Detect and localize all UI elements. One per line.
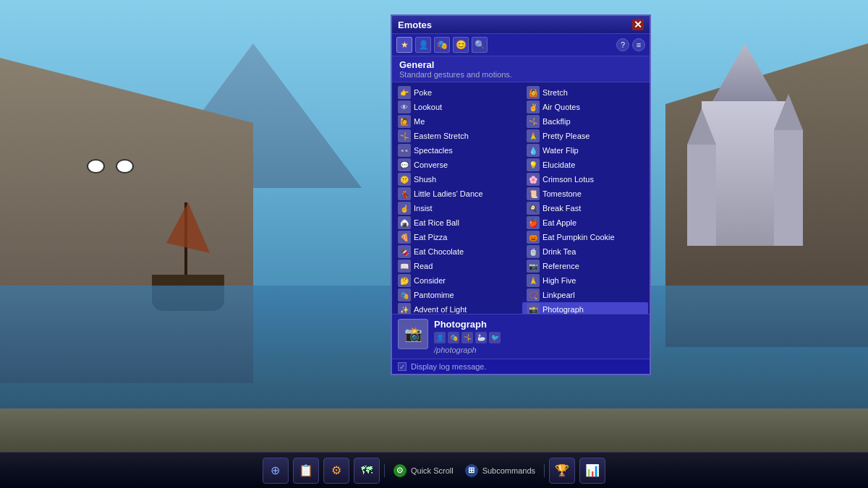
log-message-bar: ✓ Display log message. <box>392 359 650 374</box>
list-item[interactable]: 🍙 Eat Rice Ball <box>393 215 519 230</box>
log-checkbox[interactable]: ✓ <box>398 362 407 371</box>
emote-icon: 🙋 <box>398 115 411 128</box>
taskbar-icon-2[interactable]: 📋 <box>293 458 319 484</box>
emote-name: Eat Chocolate <box>414 247 464 256</box>
list-item[interactable]: 👓 Spectacles <box>393 143 519 158</box>
taskbar-icon-4[interactable]: 🗺 <box>354 458 380 484</box>
emote-name: Eat Pizza <box>414 233 447 241</box>
list-item[interactable]: 🙏 High Five <box>522 273 648 288</box>
list-item[interactable]: 🌸 Crimson Lotus <box>522 172 648 187</box>
list-item[interactable]: 🎭 Pantomime <box>393 288 519 302</box>
sub-icon-2: 🎭 <box>448 332 459 343</box>
tab-emote[interactable]: 🎭 <box>434 37 450 53</box>
list-item[interactable]: 🤸 Eastern Stretch <box>393 129 519 143</box>
list-item[interactable]: 📖 Read <box>393 259 519 273</box>
list-item-selected[interactable]: 📸 Photograph <box>522 302 648 314</box>
emote-column-right: 🙆 Stretch ✌ Air Quotes 🤸 Backflip 🙏 Pret… <box>521 85 650 311</box>
eye-right <box>116 159 134 174</box>
list-item[interactable]: 💡 Elucidate <box>522 158 648 172</box>
close-button[interactable]: ✕ <box>632 19 644 30</box>
emote-name: Air Quotes <box>542 103 580 111</box>
emote-name: Drink Tea <box>542 247 576 256</box>
list-item[interactable]: 🎃 Eat Pumpkin Cookie <box>522 230 648 244</box>
list-item[interactable]: 📷 Reference <box>522 259 648 273</box>
emote-icon: 📿 <box>527 288 540 301</box>
list-item[interactable]: 💧 Water Flip <box>522 143 648 158</box>
list-item[interactable]: 👉 Poke <box>393 85 519 100</box>
emote-name: Poke <box>414 88 432 97</box>
tab-search[interactable]: 🔍 <box>472 37 488 53</box>
list-item[interactable]: ✌ Air Quotes <box>522 100 648 114</box>
section-header: General Standard gestures and motions. <box>392 56 650 82</box>
tab-person[interactable]: 👤 <box>415 37 431 53</box>
emote-icon: 👉 <box>398 86 411 99</box>
taskbar-icon-3[interactable]: ⚙ <box>323 458 349 484</box>
list-item[interactable]: 💃 Little Ladies' Dance <box>393 187 519 201</box>
selected-emote-icon: 📸 <box>398 319 428 349</box>
quick-scroll-btn-icon: ⊙ <box>393 464 407 477</box>
emote-icon: 🍙 <box>398 216 411 229</box>
taskbar-icon-5[interactable]: 🏆 <box>549 458 575 484</box>
window-titlebar: Emotes ✕ <box>392 16 650 34</box>
emote-icon: ✨ <box>398 303 411 314</box>
castle <box>680 29 810 246</box>
list-item[interactable]: 🍎 Eat Apple <box>522 215 648 230</box>
emote-name: Eat Rice Ball <box>414 218 459 227</box>
settings-button[interactable]: ≡ <box>632 38 645 51</box>
selected-emote-name: Photograph <box>434 319 644 330</box>
section-title: General <box>399 59 642 70</box>
taskbar-icon-6[interactable]: 📊 <box>579 458 605 484</box>
tab-favorites[interactable]: ★ <box>396 37 412 53</box>
emote-name: Eat Pumpkin Cookie <box>542 233 615 241</box>
emote-name: Linkpearl <box>542 291 575 299</box>
list-item[interactable]: 🙋 Me <box>393 114 519 129</box>
emote-name: Spectacles <box>414 146 453 155</box>
subcommands-btn-icon: ⊞ <box>465 464 478 477</box>
emote-column-left: 👉 Poke 👁 Lookout 🙋 Me 🤸 Eastern Stretch … <box>392 85 521 311</box>
emote-icon: 🙏 <box>527 129 540 142</box>
list-item[interactable]: 🤫 Shush <box>393 172 519 187</box>
list-item[interactable]: 🤸 Backflip <box>522 114 648 129</box>
emote-name: Photograph <box>542 305 584 314</box>
emote-icon: ✌ <box>527 100 540 114</box>
selected-emote-info: Photograph 👤 🎭 🤸 🦢 🐦 /photograph <box>434 319 644 354</box>
list-item[interactable]: 🍵 Drink Tea <box>522 244 648 259</box>
eye-left <box>87 159 105 174</box>
tab-face[interactable]: 😊 <box>453 37 469 53</box>
checkbox-mark: ✓ <box>399 363 405 371</box>
emote-icon: 🙆 <box>527 86 540 99</box>
emote-icon: 🤸 <box>527 115 540 128</box>
emote-name: Tomestone <box>542 189 582 198</box>
list-item[interactable]: 👁 Lookout <box>393 100 519 114</box>
emote-name: Little Ladies' Dance <box>414 189 483 198</box>
emote-icon: 🍵 <box>527 245 540 258</box>
list-item[interactable]: 🍫 Eat Chocolate <box>393 244 519 259</box>
emote-name: Converse <box>414 160 448 169</box>
list-item[interactable]: 🍳 Break Fast <box>522 201 648 215</box>
list-item[interactable]: 📿 Linkpearl <box>522 288 648 302</box>
list-item[interactable]: 🙏 Pretty Please <box>522 129 648 143</box>
emote-name: Pretty Please <box>542 132 590 140</box>
sub-icon-3: 🤸 <box>461 332 473 343</box>
emote-icon: 📖 <box>398 260 411 273</box>
list-item[interactable]: 🤔 Consider <box>393 273 519 288</box>
taskbar-icon-1[interactable]: ⊕ <box>263 458 289 484</box>
help-button[interactable]: ? <box>616 38 629 51</box>
emote-icon: 💡 <box>527 158 540 171</box>
tabs-bar: ★ 👤 🎭 😊 🔍 ? ≡ <box>392 34 650 56</box>
emote-name: Insist <box>414 204 433 213</box>
emote-icon: 🙏 <box>527 274 540 287</box>
list-item[interactable]: ☝ Insist <box>393 201 519 215</box>
list-item[interactable]: 🙆 Stretch <box>522 85 648 100</box>
emote-icon: 🍫 <box>398 245 411 258</box>
emote-icon: 🍎 <box>527 216 540 229</box>
list-item[interactable]: 💬 Converse <box>393 158 519 172</box>
list-item[interactable]: ✨ Advent of Light <box>393 302 519 314</box>
list-item[interactable]: 🍕 Eat Pizza <box>393 230 519 244</box>
list-item[interactable]: 📜 Tomestone <box>522 187 648 201</box>
emote-name: Reference <box>542 262 579 270</box>
emote-name: Me <box>414 117 425 126</box>
emote-icon: 🌸 <box>527 173 540 186</box>
quick-scroll-area: ⊙ Quick Scroll ⊞ Subcommands <box>384 464 545 477</box>
emote-icon: 🤔 <box>398 274 411 287</box>
